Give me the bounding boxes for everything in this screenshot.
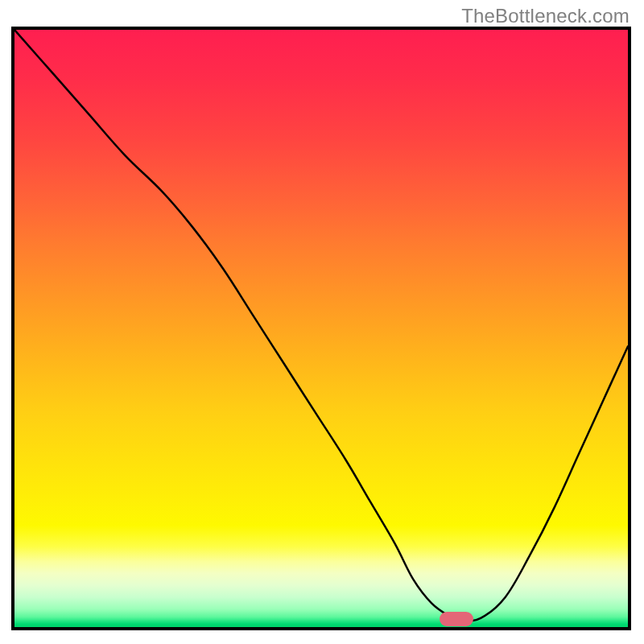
- chart-stage: TheBottleneck.com: [0, 0, 644, 644]
- bottleneck-curve: [14, 30, 628, 627]
- plot-area: [11, 27, 631, 630]
- optimal-marker: [440, 612, 473, 626]
- watermark-text: TheBottleneck.com: [461, 5, 630, 27]
